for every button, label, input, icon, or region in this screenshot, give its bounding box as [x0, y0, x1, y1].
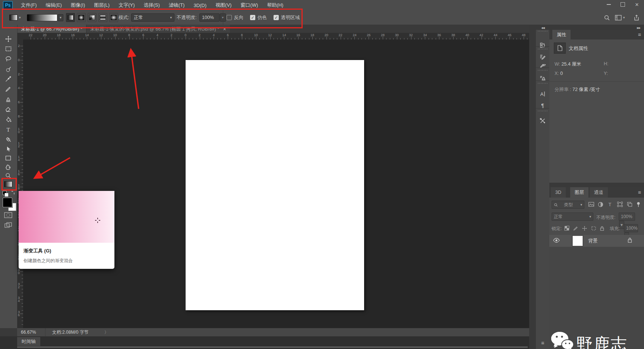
tool-presets-panel-icon[interactable] — [536, 116, 549, 126]
document-tab-0[interactable]: 未标题-1 @ 66.7%(RGB/8#) *✕ — [17, 25, 93, 34]
window-controls: ✕ — [602, 0, 644, 9]
timeline-menu-icon[interactable]: ≡ — [536, 339, 549, 348]
diamond-gradient-button[interactable] — [109, 13, 118, 22]
gradient-tool-tooltip: 渐变工具 (G) 创建颜色之间的渐变混合 — [19, 191, 114, 269]
brush-tool[interactable] — [0, 84, 16, 94]
options-divider — [223, 10, 223, 25]
menu-item-3[interactable]: 图层(L) — [89, 0, 114, 10]
status-chevron-icon[interactable]: 〉 — [104, 329, 109, 336]
close-button[interactable]: ✕ — [630, 0, 644, 9]
paragraph-panel-icon[interactable]: ¶ — [536, 100, 549, 110]
document-tab-1[interactable]: 未标题-1-恢复的-恢复的.psd @ 66.7% (椭圆 1 拷贝, RGB/… — [86, 25, 230, 34]
checkbox-反向[interactable]: 反向 — [227, 15, 243, 21]
tab-通道[interactable]: 通道 — [590, 187, 608, 198]
mini-background-swatch[interactable] — [4, 193, 9, 197]
brushes-panel-icon[interactable] — [536, 60, 549, 70]
smartobject-filter-icon[interactable] — [627, 202, 632, 208]
checkbox-透明区域[interactable]: ✓透明区域 — [274, 15, 300, 21]
pen-tool[interactable] — [0, 135, 16, 144]
gradient-tool[interactable] — [0, 179, 16, 189]
vruler-label: 8 — [18, 115, 20, 118]
layers-menu-icon[interactable]: ≡ — [638, 189, 641, 195]
clone-stamp-tool[interactable] — [0, 94, 16, 104]
screen-mode-icon[interactable] — [4, 222, 12, 230]
zoom-level[interactable]: 66.67% — [21, 330, 36, 335]
gradient-preset-thumbnail[interactable]: ▾ — [9, 10, 21, 25]
checkbox-仿色[interactable]: ✓仿色 — [250, 15, 267, 21]
pixel-filter-icon[interactable] — [588, 202, 594, 208]
quick-selection-tool[interactable] — [0, 64, 16, 74]
vertical-ruler[interactable]: 2024681 01 21 41 61 82 02 22 42 62 83 03… — [17, 40, 23, 328]
timeline-scrollbar[interactable] — [17, 346, 528, 348]
menu-item-8[interactable]: 视图(V) — [211, 0, 236, 10]
eyedropper-tool[interactable] — [0, 74, 16, 84]
layer-thumbnail[interactable] — [572, 236, 583, 246]
lock-transparency-icon[interactable] — [564, 224, 569, 232]
minimize-button[interactable] — [602, 0, 616, 9]
layer-visibility-eye-icon[interactable] — [553, 238, 560, 244]
watermark-text: 野鹿志 — [576, 333, 628, 349]
foreground-color-swatch[interactable] — [3, 198, 12, 207]
workspace-switcher-icon[interactable]: ▾ — [615, 10, 625, 25]
ruler-origin-corner[interactable] — [17, 33, 23, 40]
clone-source-panel-icon[interactable] — [536, 73, 549, 84]
tab-close-icon[interactable]: ✕ — [223, 27, 226, 32]
canvas-area[interactable] — [23, 40, 529, 328]
shape-filter-icon[interactable] — [617, 202, 623, 208]
gradient-preview-bar[interactable]: ▾ — [27, 10, 63, 25]
history-panel-icon[interactable] — [536, 40, 549, 50]
svg-text:T: T — [609, 202, 612, 207]
character-panel-icon[interactable]: A — [536, 89, 549, 99]
checkbox-label: 反向 — [234, 15, 243, 21]
direct-selection-tool[interactable] — [0, 144, 16, 154]
menu-item-0[interactable]: 文件(F) — [16, 0, 41, 10]
x-field: X: 0 — [555, 71, 563, 76]
properties-menu-icon[interactable]: ≡ — [638, 32, 641, 38]
menu-item-5[interactable]: 选择(S) — [139, 0, 164, 10]
reflected-gradient-button[interactable] — [98, 13, 107, 22]
vruler-label: 4 — [18, 87, 20, 89]
lock-all-icon[interactable] — [600, 224, 604, 232]
marquee-tool[interactable] — [0, 44, 16, 54]
filter-pin-icon[interactable] — [637, 202, 640, 209]
mode-label: 模式: — [119, 10, 129, 25]
lock-pixels-icon[interactable] — [573, 224, 578, 232]
vruler-label: 3 2 — [18, 283, 20, 289]
radial-gradient-button[interactable] — [77, 13, 86, 22]
menu-item-6[interactable]: 滤镜(T) — [164, 0, 189, 10]
adjustment-filter-icon[interactable] — [598, 202, 603, 209]
maximize-button[interactable] — [616, 0, 630, 9]
menu-item-2[interactable]: 图像(I) — [66, 0, 89, 10]
tab-3D[interactable]: 3D — [551, 187, 566, 198]
blend-mode-select[interactable]: 正常▾ — [552, 213, 593, 221]
paint-bucket-tool[interactable] — [0, 114, 16, 124]
eraser-tool[interactable] — [0, 104, 16, 114]
share-icon[interactable] — [634, 10, 640, 25]
move-tool[interactable] — [0, 34, 16, 44]
menu-item-7[interactable]: 3D(D) — [189, 0, 211, 10]
tab-properties[interactable]: 属性 — [552, 30, 571, 40]
lock-position-icon[interactable] — [582, 224, 587, 232]
layer-filter-select[interactable]: 类型▾ — [552, 201, 584, 209]
tab-图层[interactable]: 图层 — [570, 187, 588, 198]
rectangle-tool[interactable] — [0, 153, 16, 163]
linear-gradient-button[interactable] — [66, 13, 75, 22]
tab-timeline[interactable]: 时间轴 — [17, 337, 40, 346]
document-canvas[interactable] — [186, 60, 364, 310]
quick-mask-icon[interactable] — [4, 212, 12, 220]
type-tool[interactable]: T — [0, 125, 16, 134]
opacity-input[interactable]: 100% ▾ — [199, 10, 226, 25]
menu-item-10[interactable]: 帮助(H) — [262, 0, 288, 10]
lasso-tool[interactable] — [0, 54, 16, 64]
layer-row-background[interactable]: 背景 — [549, 235, 644, 247]
mode-select[interactable]: 正常▾ — [131, 10, 174, 25]
search-icon[interactable] — [604, 10, 610, 25]
menu-item-1[interactable]: 编辑(E) — [41, 0, 66, 10]
horizontal-ruler[interactable]: 2220181614121086420246810121416182022242… — [23, 33, 529, 40]
swap-colors-icon[interactable] — [10, 190, 15, 197]
lock-artboard-icon[interactable] — [591, 224, 596, 232]
menu-item-9[interactable]: 窗口(W) — [236, 0, 262, 10]
type-filter-icon[interactable]: T — [607, 202, 612, 208]
menu-item-4[interactable]: 文字(Y) — [114, 0, 139, 10]
angle-gradient-button[interactable] — [88, 13, 97, 22]
